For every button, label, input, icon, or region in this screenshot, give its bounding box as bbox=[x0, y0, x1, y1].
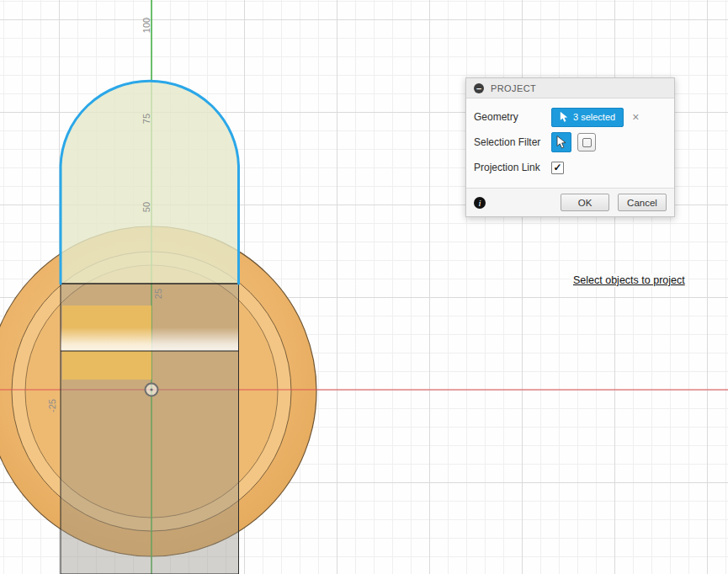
projection-link-row: Projection Link ✓ bbox=[474, 155, 667, 180]
selection-filter-label: Selection Filter bbox=[474, 136, 551, 148]
geometry-selected-count: 3 selected bbox=[573, 112, 615, 122]
dialog-title: PROJECT bbox=[491, 83, 536, 93]
selection-filter-button[interactable] bbox=[551, 132, 571, 152]
filter-box-icon bbox=[582, 138, 592, 147]
sketch-viewport[interactable]: 100 75 50 25 -25 Select objects to proje… bbox=[0, 0, 728, 574]
dialog-footer: i OK Cancel bbox=[466, 188, 674, 216]
geometry-row: Geometry 3 selected × bbox=[474, 104, 667, 130]
ok-button[interactable]: OK bbox=[561, 194, 609, 211]
cancel-button[interactable]: Cancel bbox=[618, 194, 667, 211]
clear-selection-icon[interactable]: × bbox=[632, 111, 639, 123]
axis-label-75: 75 bbox=[141, 114, 151, 124]
dialog-body: Geometry 3 selected × Selection Filter bbox=[466, 98, 674, 188]
selection-filter-row: Selection Filter bbox=[474, 130, 667, 155]
axis-label-neg25: -25 bbox=[47, 399, 57, 412]
axis-label-25: 25 bbox=[153, 289, 163, 299]
step-highlight bbox=[61, 327, 239, 351]
check-icon: ✓ bbox=[553, 162, 561, 173]
dialog-header[interactable]: – PROJECT bbox=[466, 78, 674, 98]
axis-label-100: 100 bbox=[141, 18, 151, 33]
selected-profile-fill[interactable] bbox=[61, 81, 239, 284]
cursor-icon bbox=[560, 111, 568, 123]
geometry-selected-button[interactable]: 3 selected bbox=[551, 108, 624, 127]
geometry-label: Geometry bbox=[474, 111, 551, 123]
origin-point[interactable] bbox=[146, 384, 158, 396]
collapse-icon[interactable]: – bbox=[474, 83, 484, 93]
info-icon[interactable]: i bbox=[474, 197, 486, 209]
selection-filter-options-button[interactable] bbox=[577, 133, 596, 151]
status-prompt: Select objects to project bbox=[571, 274, 688, 287]
projection-link-checkbox[interactable]: ✓ bbox=[551, 162, 564, 174]
project-dialog: – PROJECT Geometry 3 selected × Selectio… bbox=[465, 77, 675, 217]
mouse-cursor-icon bbox=[556, 136, 566, 149]
axis-label-50: 50 bbox=[141, 202, 151, 212]
projection-link-label: Projection Link bbox=[474, 162, 551, 173]
